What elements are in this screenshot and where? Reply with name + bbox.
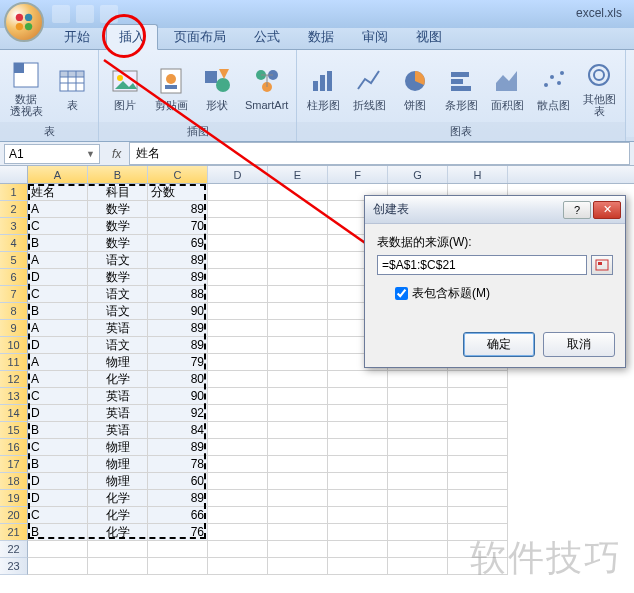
cell[interactable]: 70 [148, 218, 208, 235]
cell[interactable] [328, 524, 388, 541]
cell[interactable]: 物理 [88, 456, 148, 473]
qat-undo[interactable] [76, 5, 94, 23]
cell[interactable] [268, 184, 328, 201]
col-header-F[interactable]: F [328, 166, 388, 183]
cell[interactable] [448, 439, 508, 456]
row-header[interactable]: 21 [0, 524, 28, 541]
cell[interactable] [208, 303, 268, 320]
cell[interactable] [208, 490, 268, 507]
cell[interactable] [208, 371, 268, 388]
cell[interactable] [448, 388, 508, 405]
ribbon-bar-button[interactable]: 柱形图 [301, 63, 345, 113]
cell[interactable] [388, 541, 448, 558]
cell[interactable]: 语文 [88, 286, 148, 303]
cell[interactable] [268, 422, 328, 439]
cell[interactable] [208, 286, 268, 303]
cell[interactable]: 88 [148, 286, 208, 303]
ribbon-clipart-button[interactable]: 剪贴画 [149, 63, 193, 113]
cell[interactable] [328, 388, 388, 405]
cell[interactable] [268, 371, 328, 388]
cell[interactable] [268, 456, 328, 473]
col-header-A[interactable]: A [28, 166, 88, 183]
cell[interactable]: C [28, 439, 88, 456]
cell[interactable] [388, 507, 448, 524]
ribbon-scatter-button[interactable]: 散点图 [531, 63, 575, 113]
office-button[interactable] [4, 2, 44, 42]
cell[interactable] [208, 269, 268, 286]
fx-icon[interactable]: fx [104, 147, 129, 161]
tab-插入[interactable]: 插入 [106, 24, 158, 50]
ribbon-smartart-button[interactable]: SmartArt [241, 63, 292, 113]
cell[interactable]: 化学 [88, 490, 148, 507]
cell[interactable]: 数学 [88, 235, 148, 252]
cell[interactable]: B [28, 422, 88, 439]
cell[interactable]: 76 [148, 524, 208, 541]
cell[interactable] [28, 541, 88, 558]
cell[interactable] [208, 201, 268, 218]
cell[interactable]: D [28, 269, 88, 286]
cell[interactable]: 分数 [148, 184, 208, 201]
row-header[interactable]: 16 [0, 439, 28, 456]
cell[interactable]: 89 [148, 269, 208, 286]
cell[interactable] [208, 507, 268, 524]
cell[interactable] [448, 473, 508, 490]
row-header[interactable]: 23 [0, 558, 28, 575]
cell[interactable] [148, 558, 208, 575]
cell[interactable]: 89 [148, 439, 208, 456]
cell[interactable] [208, 405, 268, 422]
row-header[interactable]: 7 [0, 286, 28, 303]
cell[interactable] [328, 371, 388, 388]
cell[interactable] [268, 388, 328, 405]
cell[interactable] [208, 473, 268, 490]
cell[interactable]: 化学 [88, 371, 148, 388]
cell[interactable]: 英语 [88, 388, 148, 405]
cell[interactable] [328, 490, 388, 507]
row-header[interactable]: 10 [0, 337, 28, 354]
cell[interactable] [268, 337, 328, 354]
cell[interactable] [268, 541, 328, 558]
cell[interactable] [388, 473, 448, 490]
cell[interactable]: 80 [148, 371, 208, 388]
cell[interactable]: 78 [148, 456, 208, 473]
cell[interactable]: 化学 [88, 524, 148, 541]
cell[interactable] [328, 507, 388, 524]
cell[interactable]: 数学 [88, 218, 148, 235]
cell[interactable] [448, 507, 508, 524]
row-header[interactable]: 4 [0, 235, 28, 252]
cell[interactable] [328, 405, 388, 422]
cell[interactable] [388, 405, 448, 422]
tab-开始[interactable]: 开始 [52, 25, 102, 49]
row-header[interactable]: 3 [0, 218, 28, 235]
cell[interactable] [208, 558, 268, 575]
cell[interactable] [268, 354, 328, 371]
cell[interactable] [268, 286, 328, 303]
cell[interactable] [328, 473, 388, 490]
cell[interactable]: D [28, 490, 88, 507]
cell[interactable] [388, 558, 448, 575]
ribbon-table-button[interactable]: 表 [50, 63, 94, 113]
row-header[interactable]: 17 [0, 456, 28, 473]
cell[interactable]: 84 [148, 422, 208, 439]
formula-input[interactable]: 姓名 [129, 142, 630, 165]
cell[interactable] [448, 405, 508, 422]
cell[interactable]: 化学 [88, 507, 148, 524]
cancel-button[interactable]: 取消 [543, 332, 615, 357]
cell[interactable]: 物理 [88, 354, 148, 371]
ribbon-pie-button[interactable]: 饼图 [393, 63, 437, 113]
cell[interactable]: B [28, 524, 88, 541]
cell[interactable] [328, 541, 388, 558]
cell[interactable]: A [28, 371, 88, 388]
qat-redo[interactable] [100, 5, 118, 23]
cell[interactable] [448, 490, 508, 507]
cell[interactable] [448, 371, 508, 388]
cell[interactable] [388, 422, 448, 439]
cell[interactable]: C [28, 218, 88, 235]
cell[interactable]: 66 [148, 507, 208, 524]
col-header-E[interactable]: E [268, 166, 328, 183]
source-input[interactable]: =$A$1:$C$21 [377, 255, 587, 275]
tab-页面布局[interactable]: 页面布局 [162, 25, 238, 49]
row-header[interactable]: 15 [0, 422, 28, 439]
cell[interactable] [328, 439, 388, 456]
cell[interactable]: A [28, 320, 88, 337]
cell[interactable] [268, 439, 328, 456]
